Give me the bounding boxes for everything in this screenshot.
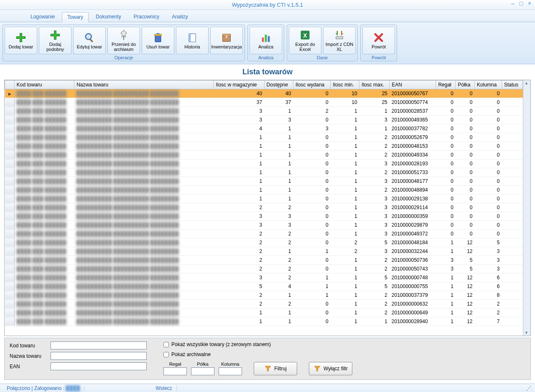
table-row[interactable]: ████-███-████████████████ ██████████ ███… <box>5 256 523 265</box>
row-header[interactable] <box>5 247 15 256</box>
grid-scrollbar[interactable] <box>523 80 530 336</box>
edit-button[interactable]: Edytuj towar <box>73 27 106 54</box>
filter-regal-input[interactable] <box>163 367 187 375</box>
col-header[interactable]: Półka <box>456 81 475 89</box>
row-header[interactable] <box>5 124 15 133</box>
export-xls-button[interactable]: XExport do Excel <box>289 27 321 54</box>
clear-filter-button[interactable]: Wyłącz filtr <box>309 362 352 375</box>
window-close-button[interactable]: × <box>527 1 532 7</box>
table-row[interactable]: ████-███-████████████████ ██████████ ███… <box>5 300 523 309</box>
row-header[interactable] <box>5 195 15 203</box>
table-row[interactable]: ████-███-████████████████ ██████████ ███… <box>5 282 523 291</box>
add-button[interactable]: Dodaj towar <box>5 27 37 54</box>
row-header[interactable] <box>5 282 15 291</box>
row-header[interactable] <box>5 230 15 238</box>
table-row[interactable]: ████-███-████████████████ ██████████ ███… <box>5 230 523 238</box>
menu-item-logowanie[interactable]: Logowanie <box>25 12 60 22</box>
menu-item-dokumenty[interactable]: Dokumenty <box>90 12 127 22</box>
filter-nazwa-input[interactable] <box>51 352 147 360</box>
col-header[interactable]: Kod towaru <box>14 81 74 89</box>
table-row[interactable]: ████-███-████████████████ ██████████ ███… <box>5 89 523 98</box>
table-row[interactable]: ████-███-████████████████ ██████████ ███… <box>5 133 523 142</box>
filter-button[interactable]: Filtruj <box>254 362 297 375</box>
import-cdn-button[interactable]: Import z CDN XL <box>323 27 356 54</box>
table-row[interactable]: ████-███-████████████████ ██████████ ███… <box>5 195 523 203</box>
menu-item-pracownicy[interactable]: Pracownicy <box>128 12 165 22</box>
col-header[interactable]: Ilosc wydana <box>293 81 330 89</box>
row-header[interactable] <box>5 142 15 151</box>
row-header[interactable] <box>5 291 15 300</box>
products-table[interactable]: Kod towaruNazwa towaruIlosc w magazynieD… <box>5 80 523 326</box>
col-header[interactable]: Ilosc w magazynie <box>214 81 264 89</box>
row-header[interactable] <box>5 238 15 247</box>
row-header[interactable] <box>5 203 15 212</box>
row-header[interactable] <box>5 317 15 326</box>
filter-ean-input[interactable] <box>51 362 147 370</box>
add-sim-button[interactable]: Dodaj podobny <box>39 27 71 54</box>
table-row[interactable]: ████-███-████████████████ ██████████ ███… <box>5 247 523 256</box>
row-header[interactable] <box>5 309 15 317</box>
table-row[interactable]: ████-███-████████████████ ██████████ ███… <box>5 317 523 326</box>
table-row[interactable]: ████-███-████████████████ ██████████ ███… <box>5 273 523 282</box>
menu-item-towary[interactable]: Towary <box>62 12 89 22</box>
row-header[interactable] <box>5 159 15 168</box>
col-header[interactable]: Dostępne <box>264 81 293 89</box>
col-header[interactable]: Status <box>502 81 522 89</box>
inventory-button[interactable]: Inwentaryzacja <box>210 27 243 54</box>
filter-polka-input[interactable] <box>191 367 214 375</box>
col-header[interactable]: EAN <box>390 81 436 89</box>
status-back[interactable]: Wstecz <box>151 385 176 391</box>
row-header[interactable] <box>5 133 15 142</box>
table-row[interactable]: ████-███-████████████████ ██████████ ███… <box>5 177 523 186</box>
analysis-button[interactable]: Analiza <box>250 27 282 54</box>
row-header[interactable] <box>5 300 15 309</box>
table-row[interactable]: ████-███-████████████████ ██████████ ███… <box>5 291 523 300</box>
row-header[interactable] <box>5 273 15 282</box>
back-button[interactable]: Powrót <box>362 27 395 54</box>
status-grip-icon: ⋰ <box>525 385 532 391</box>
cell-ean: 2010000000632 <box>390 300 436 309</box>
filter-kod-input[interactable] <box>51 341 147 349</box>
row-header[interactable] <box>5 98 15 107</box>
show-zero-checkbox[interactable] <box>163 342 169 347</box>
show-arch-checkbox[interactable] <box>163 352 169 357</box>
row-header[interactable] <box>5 177 15 186</box>
table-row[interactable]: ████-███-████████████████ ██████████ ███… <box>5 203 523 212</box>
row-header[interactable] <box>5 151 15 159</box>
maximize-button[interactable]: □ <box>518 1 524 7</box>
table-row[interactable]: ████-███-████████████████ ██████████ ███… <box>5 186 523 195</box>
table-row[interactable]: ████-███-████████████████ ██████████ ███… <box>5 309 523 317</box>
table-row[interactable]: ████-███-████████████████ ██████████ ███… <box>5 151 523 159</box>
delete-button[interactable]: Usuń towar <box>142 27 174 54</box>
table-row[interactable]: ████-███-████████████████ ██████████ ███… <box>5 168 523 177</box>
col-header[interactable]: Regał <box>436 81 456 89</box>
col-header[interactable]: Kolumna <box>475 81 502 89</box>
row-header[interactable] <box>5 265 15 273</box>
col-header[interactable]: Ilosc max. <box>359 81 390 89</box>
table-row[interactable]: ████-███-████████████████ ██████████ ███… <box>5 107 523 116</box>
menu-item-analizy[interactable]: Analizy <box>166 12 194 22</box>
table-row[interactable]: ████-███-████████████████ ██████████ ███… <box>5 124 523 133</box>
row-header[interactable] <box>5 89 15 98</box>
table-row[interactable]: ████-███-████████████████ ██████████ ███… <box>5 159 523 168</box>
table-row[interactable]: ████-███-████████████████ ██████████ ███… <box>5 265 523 273</box>
table-row[interactable]: ████-███-████████████████ ██████████ ███… <box>5 238 523 247</box>
table-row[interactable]: ████-███-████████████████ ██████████ ███… <box>5 98 523 107</box>
table-row[interactable]: ████-███-████████████████ ██████████ ███… <box>5 142 523 151</box>
table-row[interactable]: ████-███-████████████████ ██████████ ███… <box>5 116 523 124</box>
table-row[interactable]: ████-███-████████████████ ██████████ ███… <box>5 212 523 221</box>
archive-button[interactable]: Przenieś do archiwum <box>107 27 140 54</box>
row-header[interactable] <box>5 256 15 265</box>
col-header[interactable]: Nazwa towaru <box>74 81 214 89</box>
row-header[interactable] <box>5 168 15 177</box>
row-header[interactable] <box>5 221 15 230</box>
row-header[interactable] <box>5 116 15 124</box>
history-button[interactable]: Historia <box>176 27 209 54</box>
row-header[interactable] <box>5 107 15 116</box>
minimize-button[interactable]: – <box>510 1 516 7</box>
col-header[interactable]: Ilosc min. <box>331 81 359 89</box>
table-row[interactable]: ████-███-████████████████ ██████████ ███… <box>5 221 523 230</box>
filter-kolumna-input[interactable] <box>219 367 242 375</box>
row-header[interactable] <box>5 212 15 221</box>
row-header[interactable] <box>5 186 15 195</box>
